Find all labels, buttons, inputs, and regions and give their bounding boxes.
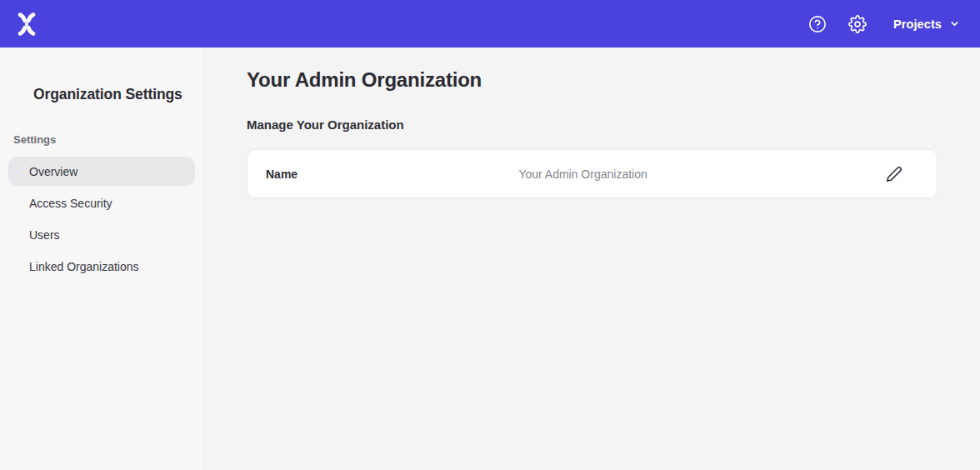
name-label: Name xyxy=(266,168,298,181)
page-title: Your Admin Organization xyxy=(247,69,938,91)
help-button[interactable] xyxy=(805,12,830,37)
help-circle-icon xyxy=(808,15,827,33)
projects-dropdown-label: Projects xyxy=(893,18,942,31)
sidebar-item-linked-organizations[interactable]: Linked Organizations xyxy=(8,252,195,281)
main-content: Your Admin Organization Manage Your Orga… xyxy=(205,48,980,470)
x-logo-icon xyxy=(15,12,38,37)
top-navbar: Projects xyxy=(0,0,980,48)
brand-logo[interactable] xyxy=(15,12,38,37)
settings-button[interactable] xyxy=(845,12,870,37)
projects-dropdown[interactable]: Projects xyxy=(893,18,960,31)
chevron-down-icon xyxy=(949,18,960,29)
sidebar-item-users[interactable]: Users xyxy=(8,220,195,249)
manage-section-title: Manage Your Organization xyxy=(247,118,938,132)
gear-icon xyxy=(848,15,867,33)
settings-sidebar: Organization Settings Settings Overview … xyxy=(0,48,204,470)
edit-name-button[interactable] xyxy=(885,165,903,183)
navbar-actions: Projects xyxy=(805,12,960,37)
sidebar-title: Organization Settings xyxy=(0,86,203,102)
sidebar-nav: Overview Access Security Users Linked Or… xyxy=(0,157,203,281)
organization-name-value: Your Admin Organization xyxy=(298,168,868,181)
organization-name-row: Name Your Admin Organization xyxy=(247,149,938,198)
pencil-edit-icon xyxy=(886,166,902,182)
sidebar-section-label: Settings xyxy=(0,134,203,146)
sidebar-item-overview[interactable]: Overview xyxy=(8,157,195,186)
sidebar-item-access-security[interactable]: Access Security xyxy=(8,188,195,218)
